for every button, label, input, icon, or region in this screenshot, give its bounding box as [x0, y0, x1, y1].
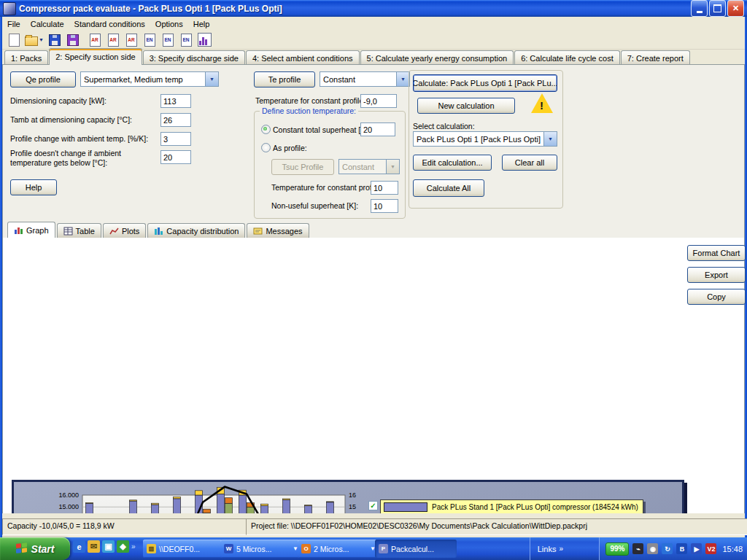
as-profile-radio[interactable]	[261, 143, 271, 152]
tab-plots[interactable]: Plots	[103, 223, 146, 238]
app-shortcut-icon[interactable]: ◆	[117, 540, 129, 553]
qe-profile-select[interactable]: Supermarket, Medium temp ▼	[80, 71, 219, 87]
tsuc-profile-select[interactable]: Constant ▼	[338, 159, 400, 174]
plots-icon	[109, 227, 119, 236]
task-microsoft-group-1[interactable]: W 5 Micros... ▼	[220, 540, 302, 558]
constant-superheat-radio[interactable]	[261, 125, 271, 134]
help-button[interactable]: Help	[10, 179, 57, 195]
dimensioning-capacity-input[interactable]	[160, 94, 191, 108]
report-ar-2-icon[interactable]: AR	[104, 32, 122, 48]
tab-select-ambient-conditions[interactable]: 4: Select ambient conditions	[246, 50, 360, 65]
media-player-icon[interactable]: ▶	[691, 543, 702, 554]
window-title: Compressor pack evaluate - Pack PLus Opt…	[19, 4, 282, 14]
open-file-icon[interactable]: ▼	[23, 32, 45, 48]
select-calculation-select[interactable]: Pack PLus Opti 1 [Pack PLus Opti] ▼	[413, 131, 557, 147]
constant-superheat-label: Constant total superheat [K]:	[273, 125, 370, 134]
tab-specify-discharge-side[interactable]: 3: Specify discharge side	[143, 50, 245, 65]
tab-plots-label: Plots	[122, 227, 139, 236]
bluetooth-icon[interactable]: B	[676, 543, 687, 554]
task-microsoft-group-2[interactable]: O 2 Micros... ▼	[298, 540, 379, 558]
format-chart-button[interactable]: Format Chart	[687, 245, 746, 261]
superheat-input[interactable]	[371, 199, 398, 213]
minimize-icon	[697, 11, 703, 13]
tab-table[interactable]: Table	[57, 223, 101, 238]
copy-button[interactable]: Copy	[687, 289, 746, 305]
tab-graph[interactable]: Graph	[7, 222, 55, 238]
select-calculation-value: Pack PLus Opti 1 [Pack PLus Opti]	[417, 135, 541, 144]
tab-calculate-yearly-energy[interactable]: 5: Calculate yearly energy consumption	[360, 50, 514, 65]
superheat-label: Non-useful superheat [K]:	[271, 201, 358, 210]
windows-logo-icon	[16, 542, 28, 555]
task-packcalculation[interactable]: P Packcalcul...	[375, 540, 457, 558]
menu-options[interactable]: Options	[150, 18, 188, 30]
toolbar: ▼ AR AR AR EN EN EN	[2, 31, 745, 50]
te-profile-button[interactable]: Te profile	[254, 71, 315, 88]
minimize-button[interactable]	[691, 0, 708, 17]
tsuc-temp-input[interactable]	[371, 181, 398, 195]
tamb-input[interactable]	[160, 113, 191, 127]
save-icon[interactable]	[46, 32, 63, 48]
mail-icon[interactable]: ✉	[88, 540, 100, 553]
start-button[interactable]: Start	[0, 537, 70, 560]
te-profile-select[interactable]: Constant ▼	[320, 71, 410, 87]
volume-icon[interactable]: ◉	[647, 543, 658, 554]
new-calculation-button[interactable]: New calculation	[417, 98, 515, 114]
status-bar: Capacity -10,0/45,0 = 118,9 kW Project f…	[2, 513, 745, 537]
power-icon[interactable]: ⌁	[632, 543, 643, 554]
save-report-icon[interactable]	[64, 32, 82, 48]
task-label: 5 Micros...	[236, 545, 271, 553]
tsuc-profile-button[interactable]: Tsuc Profile	[271, 159, 334, 175]
report-ar-1-icon[interactable]: AR	[86, 32, 104, 48]
internet-explorer-icon[interactable]: e	[73, 540, 85, 553]
tsuc-profile-value: Constant	[342, 163, 374, 171]
qe-profile-button[interactable]: Qe profile	[10, 71, 76, 88]
badge-en: EN	[164, 37, 171, 42]
const-temp-input[interactable]	[360, 94, 397, 108]
constant-superheat-input[interactable]	[360, 122, 395, 136]
menu-bar: File Calculate Standard conditions Optio…	[2, 17, 745, 31]
menu-help[interactable]: Help	[188, 18, 215, 30]
chevron-down-icon[interactable]: ▼	[543, 132, 557, 146]
chevron-down-icon[interactable]: ▼	[205, 72, 218, 86]
quick-launch-overflow-icon[interactable]: »	[131, 542, 136, 551]
chevron-down-icon: ▼	[386, 160, 399, 174]
tab-messages[interactable]: Messages	[247, 223, 309, 238]
chevron-down-icon[interactable]: ▼	[396, 72, 409, 86]
calculate-button[interactable]: Calculate: Pack PLus Opti 1 [Pack PLu...	[413, 74, 557, 92]
maximize-icon	[713, 4, 721, 12]
profile-change-input[interactable]	[160, 132, 191, 146]
close-button[interactable]: ✕	[727, 0, 744, 17]
task-explorer[interactable]: ▨ \\DEOFF0...	[143, 540, 225, 558]
menu-file[interactable]: File	[2, 18, 26, 30]
battery-indicator[interactable]: 99%	[605, 542, 629, 556]
badge-ar: AR	[128, 37, 134, 42]
links-toolbar[interactable]: Links »	[530, 537, 563, 560]
profile-change-label: Profile change with ambient temp. [%/K]:	[10, 134, 148, 143]
tab-packs[interactable]: 1: Packs	[4, 50, 48, 65]
report-ar-3-icon[interactable]: AR	[123, 32, 140, 48]
show-desktop-icon[interactable]: ▣	[102, 540, 115, 553]
new-file-icon[interactable]	[5, 32, 23, 48]
report-en-2-icon[interactable]: EN	[159, 32, 177, 48]
report-en-1-icon[interactable]: EN	[141, 32, 158, 48]
chart-report-icon[interactable]	[196, 32, 213, 48]
menu-calculate[interactable]: Calculate	[26, 18, 69, 30]
tab-calculate-life-cycle-cost[interactable]: 6: Calculate life cycle cost	[514, 50, 620, 65]
title-bar: Compressor pack evaluate - Pack PLus Opt…	[0, 0, 747, 17]
maximize-button[interactable]	[709, 0, 726, 17]
update-icon[interactable]: ↻	[662, 543, 673, 554]
edit-calculation-button[interactable]: Edit calculation...	[413, 155, 492, 171]
tab-capacity-distribution[interactable]: Capacity distribution	[147, 223, 245, 238]
legend-checkbox[interactable]: ✓	[368, 501, 378, 510]
v2-icon[interactable]: V2	[705, 543, 716, 554]
system-tray: 99% ⌁ ◉ ↻ B ▶ V2 15:48	[599, 537, 747, 560]
tab-specify-suction-side[interactable]: 2: Specify suction side	[49, 48, 142, 65]
menu-standard-conditions[interactable]: Standard conditions	[69, 18, 150, 30]
no-change-input[interactable]	[160, 150, 191, 164]
report-en-3-icon[interactable]: EN	[177, 32, 195, 48]
tab-create-report[interactable]: 7: Create report	[621, 50, 690, 65]
clear-all-button[interactable]: Clear all	[502, 155, 557, 171]
calculate-all-button[interactable]: Calculate All	[413, 179, 484, 197]
export-button[interactable]: Export	[687, 267, 746, 283]
dimensioning-capacity-label: Dimensioning capacity [kW]:	[10, 96, 107, 105]
